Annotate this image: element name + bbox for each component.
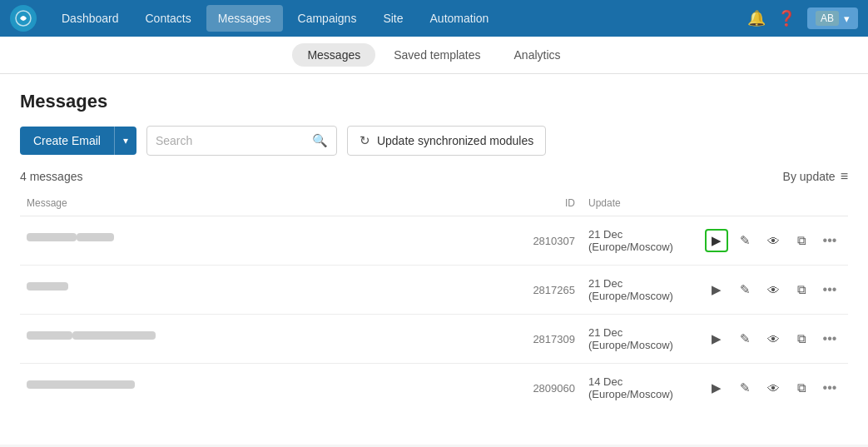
- view-button[interactable]: 👁: [761, 229, 785, 252]
- message-update: 21 Dec (Europe/Moscow): [582, 266, 698, 315]
- col-header-update: Update: [582, 192, 698, 216]
- action-buttons-group: ▶✎👁⧉•••: [705, 376, 841, 400]
- action-buttons-group: ▶✎👁⧉•••: [705, 327, 841, 350]
- more-icon: •••: [823, 233, 837, 248]
- message-id: 2817265: [507, 266, 582, 315]
- play-button[interactable]: ▶: [705, 327, 728, 350]
- help-icon[interactable]: ❓: [777, 9, 796, 27]
- nav-items: Dashboard Contacts Messages Campaigns Si…: [50, 5, 747, 32]
- more-button[interactable]: •••: [818, 278, 841, 301]
- message-id: 2809060: [507, 364, 582, 413]
- sync-label: Update synchronized modules: [377, 134, 533, 147]
- message-update: 21 Dec (Europe/Moscow): [582, 216, 698, 266]
- edit-button[interactable]: ✎: [733, 278, 756, 301]
- copy-button[interactable]: ⧉: [790, 327, 813, 350]
- more-icon: •••: [823, 282, 837, 297]
- message-cell: [20, 216, 507, 266]
- logo-icon: [10, 5, 37, 32]
- user-avatar[interactable]: AB ▾: [807, 7, 858, 29]
- page-title: Messages: [20, 91, 848, 112]
- nav-dashboard[interactable]: Dashboard: [50, 5, 131, 32]
- message-actions: ▶✎👁⧉•••: [698, 364, 848, 413]
- more-button[interactable]: •••: [818, 229, 841, 252]
- nav-right: 🔔 ❓ AB ▾: [747, 7, 858, 29]
- sort-icon: ≡: [841, 169, 848, 184]
- copy-button[interactable]: ⧉: [790, 278, 813, 301]
- page-content: Messages Create Email ▾ 🔍 ↻ Update synch…: [0, 74, 868, 445]
- edit-button[interactable]: ✎: [733, 327, 756, 350]
- avatar-initials: AB: [816, 11, 839, 26]
- top-nav: Dashboard Contacts Messages Campaigns Si…: [0, 0, 868, 37]
- message-actions: ▶✎👁⧉•••: [698, 216, 848, 266]
- search-icon: 🔍: [312, 133, 328, 148]
- table-row: 281730921 Dec (Europe/Moscow)▶✎👁⧉•••: [20, 315, 848, 364]
- sync-icon: ↻: [360, 133, 370, 148]
- message-cell: [20, 315, 507, 364]
- message-cell: [20, 364, 507, 413]
- messages-count: 4 messages: [20, 170, 82, 183]
- blurred-text: [27, 282, 68, 291]
- create-email-button[interactable]: Create Email: [20, 127, 114, 155]
- table-row: 281726521 Dec (Europe/Moscow)▶✎👁⧉•••: [20, 266, 848, 315]
- create-email-group: Create Email ▾: [20, 127, 136, 155]
- blurred-text: [77, 233, 114, 241]
- more-icon: •••: [823, 331, 837, 346]
- message-id: 2817309: [507, 315, 582, 364]
- chevron-down-icon: ▾: [844, 12, 850, 25]
- message-actions: ▶✎👁⧉•••: [698, 266, 848, 315]
- nav-contacts[interactable]: Contacts: [134, 5, 203, 32]
- sort-label: By update: [783, 170, 836, 183]
- view-button[interactable]: 👁: [761, 327, 785, 350]
- nav-site[interactable]: Site: [371, 5, 414, 32]
- message-cell: [20, 266, 507, 315]
- col-header-id: ID: [507, 192, 582, 216]
- search-box: 🔍: [146, 126, 337, 156]
- action-buttons-group: ▶✎👁⧉•••: [705, 278, 841, 301]
- blurred-text: [27, 331, 72, 340]
- table-row: 280906014 Dec (Europe/Moscow)▶✎👁⧉•••: [20, 364, 848, 413]
- sub-nav: Messages Saved templates Analytics: [0, 37, 868, 74]
- blurred-text: [27, 380, 135, 389]
- more-button[interactable]: •••: [818, 327, 841, 350]
- nav-automation[interactable]: Automation: [419, 5, 501, 32]
- blurred-text: [72, 331, 156, 340]
- col-header-message: Message: [20, 192, 507, 216]
- message-id: 2810307: [507, 216, 582, 266]
- edit-button[interactable]: ✎: [733, 376, 756, 400]
- edit-button[interactable]: ✎: [733, 229, 756, 252]
- more-icon: •••: [823, 380, 837, 395]
- toolbar: Create Email ▾ 🔍 ↻ Update synchronized m…: [20, 126, 848, 156]
- message-update: 21 Dec (Europe/Moscow): [582, 315, 698, 364]
- copy-button[interactable]: ⧉: [790, 229, 813, 252]
- notification-icon[interactable]: 🔔: [747, 9, 766, 27]
- messages-meta: 4 messages By update ≡: [20, 169, 848, 184]
- search-input[interactable]: [156, 134, 305, 147]
- sub-nav-messages[interactable]: Messages: [292, 43, 375, 67]
- play-button[interactable]: ▶: [705, 278, 728, 301]
- view-button[interactable]: 👁: [761, 278, 785, 301]
- play-button[interactable]: ▶: [705, 229, 728, 252]
- sub-nav-templates[interactable]: Saved templates: [379, 43, 495, 67]
- nav-campaigns[interactable]: Campaigns: [286, 5, 369, 32]
- action-buttons-group: ▶✎👁⧉•••: [705, 229, 841, 252]
- nav-messages[interactable]: Messages: [206, 5, 283, 32]
- blurred-text: [27, 233, 77, 241]
- view-button[interactable]: 👁: [761, 376, 785, 400]
- play-button[interactable]: ▶: [705, 376, 728, 400]
- more-button[interactable]: •••: [818, 376, 841, 400]
- copy-button[interactable]: ⧉: [790, 376, 813, 400]
- col-header-actions: [698, 192, 848, 216]
- sub-nav-analytics[interactable]: Analytics: [499, 43, 576, 67]
- sort-button[interactable]: By update ≡: [783, 169, 848, 184]
- message-update: 14 Dec (Europe/Moscow): [582, 364, 698, 413]
- sync-button[interactable]: ↻ Update synchronized modules: [347, 126, 546, 156]
- messages-table: Message ID Update 281030721 Dec (Europe/…: [20, 192, 848, 412]
- table-row: 281030721 Dec (Europe/Moscow)▶✎👁⧉•••: [20, 216, 848, 266]
- create-email-dropdown-button[interactable]: ▾: [114, 127, 136, 155]
- message-actions: ▶✎👁⧉•••: [698, 315, 848, 364]
